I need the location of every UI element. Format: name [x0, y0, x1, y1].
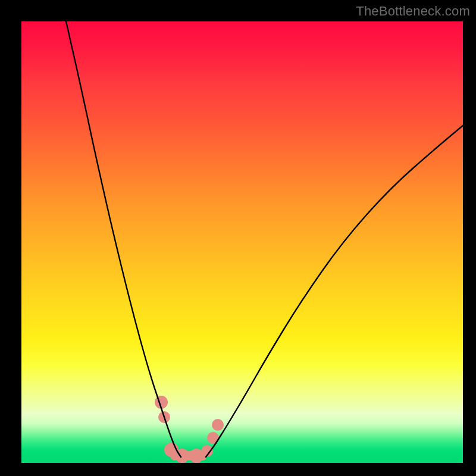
- left-curve: [66, 21, 181, 457]
- marker-dot: [212, 419, 224, 431]
- watermark-text: TheBottleneck.com: [356, 4, 470, 19]
- curve-layer: [21, 21, 463, 463]
- plot-area: [21, 21, 463, 463]
- bottom-band: [170, 451, 207, 461]
- outer-frame: TheBottleneck.com: [0, 0, 476, 476]
- right-curve: [206, 126, 463, 457]
